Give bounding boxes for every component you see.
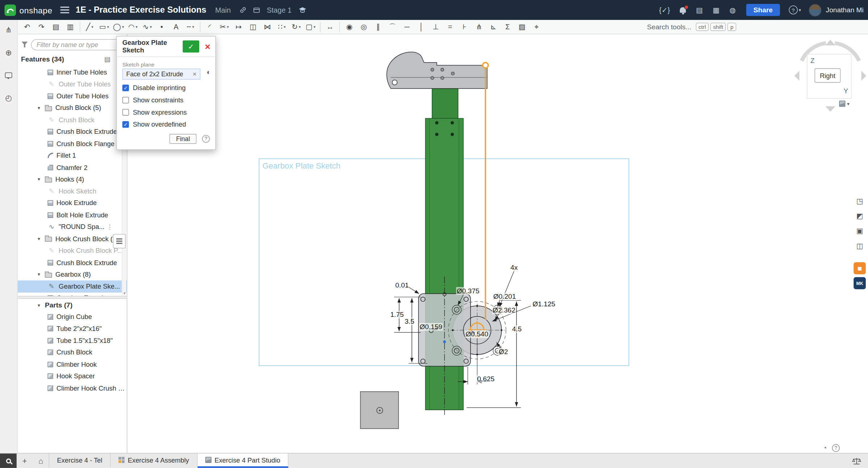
text-tool-icon[interactable]: A (169, 21, 183, 33)
feature-folder-row[interactable]: ▾Gearbox (8) (18, 268, 127, 280)
coincident-constraint-icon[interactable]: ◉ (343, 21, 356, 33)
checkbox-row[interactable]: ✓Disable imprinting (122, 84, 210, 92)
feature-row[interactable]: Crush Block Extrude (18, 126, 127, 138)
user-name[interactable]: Jonathan Mi (826, 6, 864, 14)
dimension-tool-icon[interactable]: ↔ (323, 21, 337, 33)
dimension-label[interactable]: 4x (510, 264, 518, 271)
history-icon[interactable]: ◴ (3, 92, 15, 104)
sketch-plane-field[interactable]: Face of 2x2 Extrude × (122, 69, 201, 80)
redo-icon[interactable]: ↷ (35, 21, 48, 33)
part-row[interactable]: Climber Hook Crush B... (18, 382, 127, 394)
checkbox[interactable]: ✓ (122, 121, 129, 128)
expand-caret-icon[interactable]: ▾ (38, 302, 45, 308)
dimension-label[interactable]: 0.01 (395, 281, 409, 289)
learning-center-icon[interactable]: ◍ (729, 6, 736, 14)
exploded-view-icon[interactable]: ▣ (854, 225, 866, 237)
spline-tool-icon[interactable]: ∿▾ (141, 21, 154, 33)
hatch-icon[interactable]: ▨ (515, 21, 529, 33)
section-view-icon[interactable]: ◩ (854, 210, 866, 222)
feature-row[interactable]: Outer Tube Holes (18, 90, 127, 102)
units-scale-icon[interactable] (852, 456, 861, 465)
document-tab[interactable]: Exercise 4 Part Studio (197, 454, 288, 468)
dimension-label[interactable]: Ø2.362 (492, 306, 516, 314)
expand-caret-icon[interactable]: ▾ (38, 272, 45, 277)
rectangle-tool-icon[interactable]: ▭▾ (97, 21, 111, 33)
feature-list-flyout-button[interactable] (113, 234, 126, 248)
mirror-tool-icon[interactable]: ⋈ (261, 21, 274, 33)
user-avatar[interactable] (809, 4, 821, 16)
dimension-label[interactable]: Ø0.159 (419, 323, 443, 331)
dimension-label[interactable]: 4.5 (511, 325, 522, 333)
restore-panels-icon[interactable]: ◳ (854, 195, 866, 207)
horizontal-constraint-icon[interactable]: ─ (400, 21, 414, 33)
learning-cap-icon[interactable] (298, 6, 307, 14)
feature-row[interactable]: Crush Block Flange (18, 138, 127, 150)
feature-folder-row[interactable]: ▾Hooks (4) (18, 173, 127, 185)
help-menu-button[interactable]: ? ▾ (789, 5, 801, 14)
checkbox[interactable]: ✓ (122, 85, 129, 91)
symmetry-constraint-icon[interactable]: ⋔ (472, 21, 486, 33)
dimension-label[interactable]: 3.5 (404, 318, 415, 325)
slot-tool-icon[interactable]: ▢▾ (304, 21, 317, 33)
feature-folder-row[interactable]: ▾Hook Crush Block (2) (18, 233, 127, 245)
app-store-icon[interactable]: ▦ (713, 6, 720, 14)
feature-row[interactable]: ✎Gearbox Plate Ske... (18, 280, 127, 292)
circular-pattern-icon[interactable]: ↻▾ (290, 21, 303, 33)
whats-new-icon[interactable]: ▤ (696, 6, 703, 14)
checkbox[interactable] (122, 97, 129, 103)
onshape-logo[interactable]: onshape (4, 4, 52, 16)
version-box-icon[interactable] (252, 6, 261, 14)
feature-row[interactable]: ∿"ROUND Spa...⋮ (18, 221, 127, 233)
part-row[interactable]: Tube 2"x2"x16" (18, 323, 127, 335)
checkbox-row[interactable]: Show expressions (122, 109, 210, 116)
home-button[interactable]: ⌂ (33, 454, 49, 468)
dimension-label[interactable]: Ø2 (498, 348, 509, 356)
cancel-button[interactable]: × (203, 42, 212, 51)
final-button[interactable]: Final (169, 134, 197, 144)
performance-gauge-icon[interactable]: ◔ (823, 444, 827, 452)
viewport-help-icon[interactable]: ? (832, 444, 839, 451)
dimension-label[interactable]: 0.625 (477, 375, 495, 383)
mk-logo-icon[interactable]: MK (854, 277, 866, 289)
dimension-label[interactable]: 1.75 (390, 311, 404, 318)
checkbox-row[interactable]: ✓Show overdefined (122, 120, 210, 128)
undo-icon[interactable]: ↶ (21, 21, 34, 33)
dependencies-icon[interactable]: ▤ (104, 55, 110, 63)
concentric-constraint-icon[interactable]: ◎ (357, 21, 371, 33)
sketch-expressions-icon[interactable]: Σ (501, 21, 514, 33)
clear-selection-icon[interactable]: × (193, 70, 197, 78)
normal-constraint-icon[interactable]: ⊾ (486, 21, 500, 33)
panel-splitter[interactable] (18, 296, 127, 299)
link-icon[interactable] (239, 6, 247, 14)
dimension-label[interactable]: Ø1.125 (532, 300, 556, 308)
feature-row[interactable]: Bolt Hole Extrude (18, 209, 127, 221)
branch-label[interactable]: Main (215, 6, 231, 14)
midpoint-constraint-icon[interactable]: ⊦ (458, 21, 471, 33)
named-views-icon[interactable]: ◫ (854, 239, 866, 252)
new-tab-button[interactable]: + (17, 454, 33, 468)
feature-row[interactable]: ✎Crush Block (18, 114, 127, 126)
paint-format-icon[interactable]: ▥ (64, 21, 77, 33)
main-menu-icon[interactable] (60, 7, 69, 13)
notifications-icon[interactable] (680, 7, 686, 13)
construction-tool-icon[interactable]: ╌▾ (184, 21, 197, 33)
accept-button[interactable]: ✓ (183, 41, 199, 53)
feature-row[interactable]: Fillet 1 (18, 150, 127, 162)
share-button[interactable]: Share (746, 4, 780, 16)
sketch-properties-icon[interactable]: ▤ (49, 21, 63, 33)
pierce-constraint-icon[interactable]: ⌖ (530, 21, 543, 33)
view-options-button[interactable]: ▾ (839, 101, 849, 107)
feature-row[interactable]: Chamfer 2 (18, 162, 127, 174)
part-row[interactable]: Climber Hook (18, 358, 127, 370)
parts-header[interactable]: ▾ Parts (7) (18, 299, 127, 311)
vertical-constraint-icon[interactable]: │ (415, 21, 428, 33)
document-tab[interactable]: Exercise 4 - Tel (49, 454, 110, 468)
point-tool-icon[interactable]: • (155, 21, 168, 33)
insert-icon[interactable]: ⊕ (3, 46, 15, 59)
tangent-constraint-icon[interactable]: ⌒ (386, 21, 399, 33)
filter-input[interactable] (31, 39, 122, 50)
linear-pattern-icon[interactable]: ∷▾ (275, 21, 288, 33)
versions-icon[interactable]: ⋔ (3, 24, 15, 36)
trim-tool-icon[interactable]: ✂▾ (218, 21, 231, 33)
tab-search-button[interactable] (0, 454, 17, 468)
